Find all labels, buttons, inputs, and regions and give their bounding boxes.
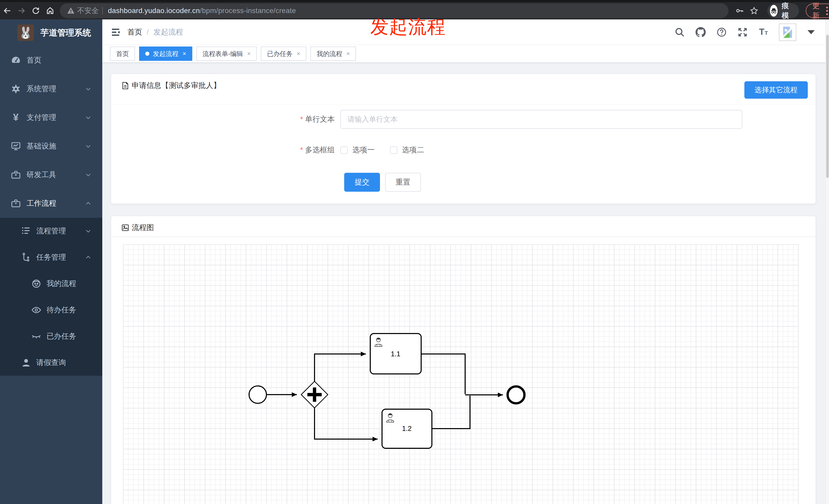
tab-label: 流程表单-编辑: [203, 49, 243, 58]
checkbox-option-1[interactable]: 选项一: [340, 145, 374, 155]
sidebar-item-label: 流程管理: [36, 226, 66, 236]
tags-view-bar: 首页 发起流程× 流程表单-编辑× 已办任务× 我的流程×: [102, 45, 829, 63]
bpmn-start-event[interactable]: [249, 386, 266, 403]
app-logo-row[interactable]: 🐰 芋道管理系统: [0, 20, 102, 46]
choose-other-process-button[interactable]: 选择其它流程: [744, 81, 808, 99]
header-github-button[interactable]: [695, 27, 706, 38]
chevron-up-icon: [85, 254, 92, 261]
sidebar-item-label: 待办任务: [46, 305, 76, 315]
eye-open-icon: [31, 304, 42, 316]
checkbox-option-2[interactable]: 选项二: [390, 145, 424, 155]
tab-start-process[interactable]: 发起流程×: [139, 46, 192, 61]
task-tree-icon: [21, 252, 32, 263]
app-title: 芋道管理系统: [40, 27, 91, 39]
reload-icon: [31, 6, 40, 15]
tab-label: 已办任务: [267, 49, 292, 58]
sidebar-item-payment[interactable]: ¥ 支付管理: [0, 103, 102, 132]
tab-close-icon[interactable]: ×: [183, 51, 186, 57]
sidebar-item-devtools[interactable]: 研发工具: [0, 160, 102, 189]
briefcase-icon: [10, 169, 22, 181]
chevron-down-icon: [85, 114, 92, 121]
sidebar-item-label: 基础设施: [27, 141, 56, 151]
security-label[interactable]: 不安全: [77, 6, 99, 15]
active-dot: [145, 52, 149, 56]
checkbox-option-label[interactable]: 选项一: [352, 145, 374, 155]
breadcrumb-separator: /: [147, 28, 149, 36]
sidebar-item-leave-query[interactable]: 请假查询: [0, 349, 102, 376]
page-scrollbar[interactable]: [825, 20, 829, 504]
user-avatar[interactable]: [779, 24, 796, 41]
list-icon: [21, 225, 32, 237]
tab-my-process[interactable]: 我的流程×: [311, 46, 356, 61]
sidebar-item-my-process[interactable]: 我的流程: [0, 270, 102, 297]
checkbox-option-label[interactable]: 选项二: [402, 145, 424, 155]
sidebar: 🐰 芋道管理系统 首页 系统管理 ¥ 支付管理: [0, 20, 102, 504]
annotation-overlay-text: 发起流程: [370, 15, 446, 39]
header-help-button[interactable]: [716, 27, 727, 38]
tab-close-icon[interactable]: ×: [247, 51, 251, 57]
tab-close-icon[interactable]: ×: [297, 51, 300, 57]
toolbox-icon: [10, 198, 22, 209]
header-search-button[interactable]: [674, 27, 685, 38]
update-label: 更新: [813, 1, 820, 21]
sidebar-item-workflow[interactable]: 工作流程: [0, 189, 102, 218]
apply-info-card-title: 申请信息【测试多审批人】: [132, 80, 221, 91]
scrollbar-thumb[interactable]: [826, 35, 829, 178]
bpmn-user-task-1-2[interactable]: 1.2: [382, 409, 432, 448]
bpmn-user-task-1-1[interactable]: 1.1: [370, 334, 421, 374]
chevron-up-icon: [85, 200, 92, 207]
bookmark-star-button[interactable]: [747, 4, 761, 18]
sidebar-item-label: 系统管理: [27, 84, 56, 94]
font-size-icon: TT: [758, 27, 769, 37]
checkbox-box[interactable]: [340, 147, 348, 154]
header-font-size-button[interactable]: TT: [758, 27, 769, 38]
header-fullscreen-button[interactable]: [737, 27, 748, 38]
back-arrow-icon: [3, 6, 11, 15]
document-icon: [121, 81, 130, 90]
checkbox-box[interactable]: [390, 147, 397, 154]
sidebar-item-done-tasks[interactable]: 已办任务: [0, 323, 102, 349]
page-header: 首页 / 发起流程 TT: [102, 20, 829, 45]
form-actions-row: 提交 重置: [111, 173, 816, 192]
browser-reload-button[interactable]: [29, 4, 43, 18]
bpmn-end-event[interactable]: [508, 386, 525, 403]
page-content: 申请信息【测试多审批人】 选择其它流程 *单行文本 *多选框组 选项一: [102, 64, 829, 504]
sidebar-item-process-management[interactable]: 流程管理: [0, 218, 102, 244]
browser-home-button[interactable]: [43, 4, 57, 18]
apply-info-card: 申请信息【测试多审批人】 选择其它流程 *单行文本 *多选框组 选项一: [111, 74, 816, 204]
breadcrumb-home[interactable]: 首页: [127, 27, 142, 37]
sidebar-item-infrastructure[interactable]: 基础设施: [0, 132, 102, 160]
url-text: dashboard.yudao.iocoder.cn/bpm/process-i…: [108, 7, 296, 15]
browser-back-button[interactable]: [0, 4, 14, 18]
submit-button[interactable]: 提交: [344, 173, 380, 192]
password-key-button[interactable]: [732, 4, 747, 18]
sidebar-collapse-button[interactable]: [108, 25, 123, 40]
avatar-caret-down-icon[interactable]: [807, 30, 815, 34]
sidebar-item-system[interactable]: 系统管理: [0, 75, 102, 103]
single-line-text-input[interactable]: [340, 110, 742, 129]
reset-button[interactable]: 重置: [385, 173, 421, 192]
urlbar-divider: [102, 7, 103, 14]
sidebar-item-label: 我的流程: [46, 279, 76, 289]
sidebar-item-label: 任务管理: [36, 252, 66, 263]
browser-update-button[interactable]: 更新: [806, 4, 829, 18]
flow-diagram-card: 流程图: [111, 216, 816, 504]
workflow-submenu: 流程管理 任务管理 我的流程 待办任务: [0, 218, 102, 376]
sidebar-item-todo-tasks[interactable]: 待办任务: [0, 297, 102, 323]
bpmn-canvas[interactable]: 1.1 1.2: [123, 244, 799, 504]
tab-label: 我的流程: [317, 49, 342, 58]
flow-diagram-card-header: 流程图: [111, 216, 816, 239]
tab-label: 发起流程: [153, 49, 178, 58]
incognito-badge: 无痕模式: [767, 3, 799, 18]
sidebar-item-home[interactable]: 首页: [0, 46, 102, 75]
tab-home[interactable]: 首页: [110, 46, 135, 61]
forward-arrow-icon: [17, 6, 26, 15]
tab-done-tasks[interactable]: 已办任务×: [261, 46, 307, 61]
bpmn-parallel-gateway[interactable]: [301, 381, 328, 408]
browser-forward-button[interactable]: [14, 4, 29, 18]
star-icon: [750, 6, 758, 15]
tab-close-icon[interactable]: ×: [346, 51, 350, 57]
sidebar-item-task-management[interactable]: 任务管理: [0, 244, 102, 270]
browser-menu-kebab-icon[interactable]: [824, 6, 829, 16]
tab-process-form-edit[interactable]: 流程表单-编辑×: [196, 46, 257, 61]
